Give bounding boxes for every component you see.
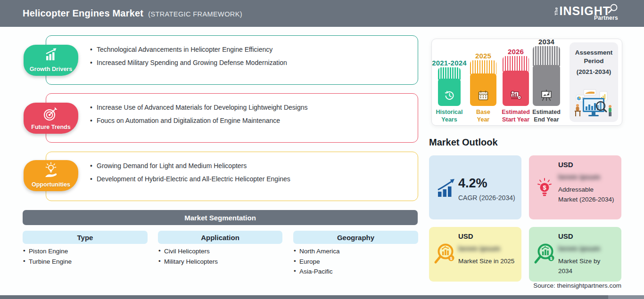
calendar-icon xyxy=(477,89,489,102)
magnifier-chart-green-icon: $ xyxy=(532,240,557,267)
magnifier-icon xyxy=(608,4,618,15)
growth-chart-icon xyxy=(42,48,59,63)
growth-drivers-badge: Growth Drivers xyxy=(24,45,78,76)
list-item: Military Helicopters xyxy=(158,259,218,265)
analysts-illustration xyxy=(572,86,616,120)
bottom-edge-strip xyxy=(0,295,644,299)
market-analysis-icon xyxy=(509,89,522,102)
timeline-bar-caption: Historical Years xyxy=(433,108,465,124)
page-subtitle: (STRATEGIC FRAMEWORK) xyxy=(148,10,242,18)
timeline-bar-end-year xyxy=(533,46,560,106)
assessment-period-panel: Assessment Period (2021-2034) xyxy=(570,42,618,122)
assessment-period-range: (2021-2034) xyxy=(570,68,618,75)
source-attribution: Source: theinsightpartners.com xyxy=(533,282,621,289)
growth-drivers-list: Technological Advancements in Helicopter… xyxy=(90,45,408,67)
target-dart-icon xyxy=(42,105,60,122)
segmentation-list-type: Piston Engine Turbine Engine xyxy=(23,248,72,268)
opportunities-badge: Opportunities xyxy=(24,160,78,191)
list-item: Europe xyxy=(293,259,340,265)
currency-label: USD xyxy=(458,232,473,240)
cagr-caption: CAGR (2026-2034) xyxy=(458,194,515,202)
list-item: Increased Military Spending and Growing … xyxy=(90,58,408,67)
assessment-period-title: Assessment Period xyxy=(570,48,618,65)
history-icon xyxy=(443,89,455,102)
segmentation-header-application: Application xyxy=(158,231,282,244)
card-caption: Market Size by 2034 xyxy=(558,257,615,276)
timeline-bar-historical xyxy=(438,67,461,106)
blurred-market-value: lorem ipsum xyxy=(458,244,500,252)
segmentation-list-application: Civil Helicopters Military Helicopters xyxy=(158,248,218,268)
segmentation-header-geography: Geography xyxy=(293,231,418,244)
timeline-year-label: 2025 xyxy=(470,52,496,60)
timeline-bar-base-year xyxy=(470,60,496,106)
blurred-market-value: lorem ipsum xyxy=(558,173,600,181)
future-trends-card: Increase Use of Advanced Materials for D… xyxy=(46,93,418,143)
market-size-2025-card: $ USD lorem ipsum Market Size in 2025 xyxy=(429,227,521,282)
market-outlook-title: Market Outlook xyxy=(429,137,498,148)
addressable-market-card: $ USD lorem ipsum Addressable Market (20… xyxy=(529,155,621,219)
bulb-hand-icon xyxy=(41,162,60,181)
opportunities-card: Growing Demand for Light and Medium Heli… xyxy=(46,152,418,201)
timeline-year-label: 2026 xyxy=(503,48,529,56)
badge-label: Opportunities xyxy=(32,181,70,188)
growth-bars-arrow-icon xyxy=(437,178,457,198)
badge-label: Growth Drivers xyxy=(30,66,72,73)
header-titles: Helicopter Engines Market (STRATEGIC FRA… xyxy=(23,8,242,19)
blurred-market-value: lorem ipsum xyxy=(558,244,600,252)
currency-label: USD xyxy=(558,161,573,169)
timeline-bar-caption: Estimated Start Year xyxy=(498,108,534,124)
brand-logo: The INSIGHT Partners xyxy=(554,6,618,22)
list-item: Increase Use of Advanced Materials for D… xyxy=(90,103,408,112)
logo-the-text: The xyxy=(554,7,559,16)
list-item: Development of Hybrid-Electric and All-E… xyxy=(90,175,408,184)
timeline-year-label: 2021-2024 xyxy=(427,59,471,67)
presentation-icon xyxy=(540,89,553,102)
growth-drivers-card: Technological Advancements in Helicopter… xyxy=(46,35,418,85)
header-bar: Helicopter Engines Market (STRATEGIC FRA… xyxy=(0,0,644,27)
segmentation-list-geography: North America Europe Asia-Pacific xyxy=(293,248,340,279)
cagr-card: 4.2% CAGR (2026-2034) xyxy=(429,155,521,219)
svg-text:$: $ xyxy=(450,256,452,261)
list-item: Growing Demand for Light and Medium Heli… xyxy=(90,162,408,170)
future-trends-badge: Future Trends xyxy=(24,103,78,134)
list-item: North America xyxy=(293,248,340,255)
svg-text:$: $ xyxy=(543,184,546,191)
infographic-page: Helicopter Engines Market (STRATEGIC FRA… xyxy=(0,0,644,299)
list-item: Civil Helicopters xyxy=(158,248,218,255)
future-trends-list: Increase Use of Advanced Materials for D… xyxy=(90,103,408,125)
list-item: Foucs on Automation and Digitalization o… xyxy=(90,116,408,125)
list-item: Asia-Pacific xyxy=(293,268,340,275)
logo-partners-text: Partners xyxy=(594,15,618,21)
market-segmentation-title-bar: Market Segmentation xyxy=(23,210,418,225)
timeline-bar-caption: Estimated End Year xyxy=(530,108,563,124)
magnifier-chart-orange-icon: $ xyxy=(432,240,457,267)
list-item: Piston Engine xyxy=(23,248,72,255)
currency-label: USD xyxy=(558,232,573,240)
svg-text:$: $ xyxy=(550,256,552,261)
bulb-dollar-icon: $ xyxy=(535,177,554,199)
opportunities-list: Growing Demand for Light and Medium Heli… xyxy=(90,162,408,184)
timeline-bar-caption: Base Year xyxy=(470,108,496,124)
list-item: Technological Advancements in Helicopter… xyxy=(90,45,408,54)
timeline-bar-start-year xyxy=(503,56,529,106)
list-item: Turbine Engine xyxy=(23,259,72,265)
segmentation-header-type: Type xyxy=(23,231,148,244)
badge-label: Future Trends xyxy=(31,124,70,130)
cagr-value: 4.2% xyxy=(458,176,487,191)
card-caption: Addressable Market (2026-2034) xyxy=(558,185,615,205)
page-title: Helicopter Engines Market xyxy=(23,8,143,19)
card-caption: Market Size in 2025 xyxy=(458,257,515,267)
market-size-2034-card: $ USD lorem ipsum Market Size by 2034 xyxy=(529,227,621,282)
timeline-year-label: 2034 xyxy=(533,38,560,46)
market-segmentation-title: Market Segmentation xyxy=(184,214,256,222)
